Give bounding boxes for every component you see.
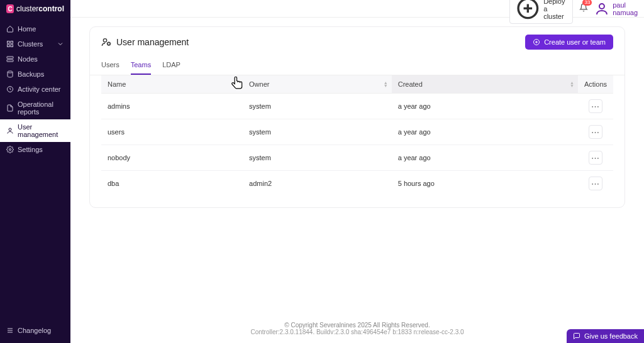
brand-mark: C — [6, 4, 14, 13]
sidebar-item-nodes[interactable]: Nodes — [0, 52, 70, 67]
sidebar-item-changelog[interactable]: Changelog — [6, 323, 64, 338]
deploy-label: Deploy a cluster — [543, 0, 567, 20]
tab-users[interactable]: Users — [101, 61, 119, 75]
sidebar-item-activity[interactable]: Activity center — [0, 82, 70, 97]
cell-name: dba — [101, 171, 243, 197]
sidebar-item-backups[interactable]: Backups — [0, 67, 70, 82]
reports-icon — [6, 104, 14, 112]
cell-owner: system — [243, 119, 392, 145]
table-row: adminssystema year ago⋯ — [101, 94, 613, 119]
user-name: paul namuag — [613, 1, 638, 16]
user-management-icon — [6, 127, 14, 134]
svg-rect-5 — [7, 60, 13, 62]
svg-rect-1 — [11, 41, 13, 44]
cell-created: 5 hours ago — [392, 171, 578, 197]
sidebar-item-label: Operational reports — [18, 101, 64, 116]
row-actions-button[interactable]: ⋯ — [589, 125, 602, 139]
sidebar-item-reports[interactable]: Operational reports — [0, 97, 70, 119]
cell-owner: system — [243, 94, 392, 119]
cell-name: admins — [101, 94, 243, 119]
tab-teams[interactable]: Teams — [131, 61, 151, 75]
backups-icon — [6, 70, 14, 78]
col-owner[interactable]: Owner ▲▼ — [243, 75, 392, 94]
chat-icon — [573, 332, 580, 340]
col-actions: Actions — [578, 75, 613, 94]
user-cog-icon — [101, 37, 111, 47]
tabs: Users Teams LDAP — [90, 50, 625, 75]
teams-table: Name ▲▼ Owner ▲▼ Created ▲▼ — [101, 75, 613, 196]
create-button-label: Create user or team — [544, 38, 606, 46]
footer: © Copyright Severalnines 2025 All Rights… — [89, 315, 625, 343]
create-user-team-button[interactable]: Create user or team — [525, 35, 613, 50]
row-actions-button[interactable]: ⋯ — [589, 99, 602, 113]
sidebar: C clustercontrol Home Clusters Nodes Bac… — [0, 0, 70, 343]
row-actions-button[interactable]: ⋯ — [589, 177, 602, 190]
cell-name: users — [101, 119, 243, 145]
svg-point-9 — [9, 149, 11, 151]
home-icon — [6, 25, 14, 33]
cell-owner: admin2 — [243, 171, 392, 197]
svg-rect-3 — [11, 45, 13, 47]
brand-name: clustercontrol — [16, 4, 64, 13]
svg-rect-0 — [8, 41, 10, 44]
brand-logo[interactable]: C clustercontrol — [0, 0, 70, 18]
sidebar-item-label: Nodes — [18, 55, 38, 63]
user-menu[interactable]: paul namuag — [594, 1, 638, 16]
svg-point-8 — [9, 128, 11, 131]
chevron-down-icon — [57, 40, 64, 48]
page-title: User management — [101, 37, 189, 47]
sidebar-item-home[interactable]: Home — [0, 21, 70, 36]
sidebar-item-label: Backups — [18, 70, 44, 78]
clusters-icon — [6, 40, 14, 48]
cell-created: a year ago — [392, 145, 578, 171]
table-row: dbaadmin25 hours ago⋯ — [101, 171, 613, 197]
cell-created: a year ago — [392, 94, 578, 119]
tab-ldap[interactable]: LDAP — [162, 61, 180, 75]
svg-point-18 — [108, 43, 110, 45]
plus-circle-icon — [533, 38, 540, 46]
list-icon — [6, 327, 14, 334]
sidebar-item-user-management[interactable]: User management — [0, 119, 70, 142]
sidebar-item-label: Settings — [18, 146, 43, 153]
table-row: nobodysystema year ago⋯ — [101, 145, 613, 171]
content-area: User management Create user or team User… — [70, 18, 644, 343]
table-row: userssystema year ago⋯ — [101, 119, 613, 145]
cell-created: a year ago — [392, 119, 578, 145]
notification-count: 33 — [582, 0, 592, 6]
activity-icon — [6, 85, 14, 93]
col-name[interactable]: Name ▲▼ — [101, 75, 243, 94]
cell-name: nobody — [101, 145, 243, 171]
sidebar-item-label: Clusters — [18, 40, 43, 48]
footer-copyright: © Copyright Severalnines 2025 All Rights… — [89, 322, 625, 329]
sidebar-nav: Home Clusters Nodes Backups Activity cen… — [0, 18, 70, 318]
sidebar-item-label: Changelog — [18, 327, 51, 334]
sidebar-item-label: User management — [18, 123, 64, 138]
sidebar-item-clusters[interactable]: Clusters — [0, 36, 70, 52]
notifications-button[interactable]: 33 — [579, 3, 588, 14]
cell-owner: system — [243, 145, 392, 171]
sort-icon: ▲▼ — [235, 81, 239, 87]
topbar: Deploy a cluster 33 paul namuag — [70, 0, 644, 18]
svg-rect-2 — [8, 45, 10, 47]
svg-point-6 — [8, 71, 13, 73]
sort-icon: ▲▼ — [384, 81, 388, 87]
user-management-card: User management Create user or team User… — [89, 26, 625, 208]
user-icon — [594, 1, 609, 16]
feedback-button[interactable]: Give us feedback — [567, 329, 644, 343]
svg-point-16 — [599, 4, 604, 9]
gear-icon — [6, 146, 14, 153]
feedback-label: Give us feedback — [584, 332, 638, 340]
row-actions-button[interactable]: ⋯ — [589, 151, 602, 165]
svg-point-17 — [103, 39, 106, 42]
svg-rect-4 — [7, 57, 13, 58]
footer-build: Controller:2.3.0.11844. Buildv:2.3.0 sha… — [89, 329, 625, 335]
sidebar-item-label: Home — [18, 25, 36, 33]
col-created[interactable]: Created ▲▼ — [392, 75, 578, 94]
sidebar-item-settings[interactable]: Settings — [0, 142, 70, 157]
sort-icon: ▲▼ — [570, 81, 574, 87]
nodes-icon — [6, 55, 14, 63]
sidebar-item-label: Activity center — [18, 85, 60, 93]
